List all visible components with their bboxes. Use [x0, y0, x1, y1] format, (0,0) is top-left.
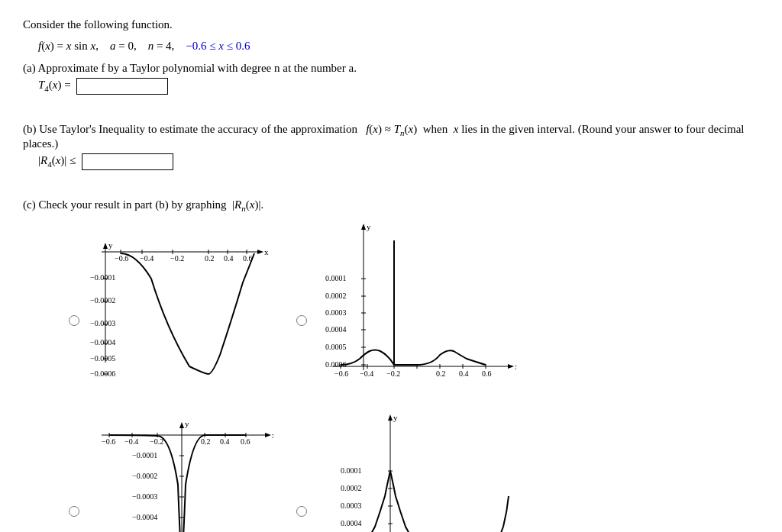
svg-text:0.6: 0.6: [241, 437, 250, 446]
svg-text:−0.6: −0.6: [334, 369, 348, 378]
svg-text:−0.4: −0.4: [360, 369, 373, 378]
svg-marker-66: [265, 433, 271, 437]
svg-text:0.0001: 0.0001: [341, 466, 362, 475]
svg-text:−0.0003: −0.0003: [132, 492, 157, 501]
function-definition: f(x) = x sin x, a = 0, n = 4, −0.6 ≤ x ≤…: [38, 40, 759, 53]
svg-text:−0.0006: −0.0006: [90, 369, 115, 378]
svg-text:0.6: 0.6: [482, 369, 492, 378]
radio-4[interactable]: [296, 506, 307, 517]
graph-3: y x −0.6 −0.4 −0.2 0.2 0.4 0.6 −0.0001 −…: [90, 408, 273, 532]
svg-text:y: y: [108, 240, 113, 250]
svg-text:0.4: 0.4: [220, 437, 230, 446]
svg-text:−0.2: −0.2: [386, 369, 400, 378]
svg-marker-2: [103, 243, 108, 249]
graph-item-3: y x −0.6 −0.4 −0.2 0.2 0.4 0.6 −0.0001 −…: [69, 408, 273, 532]
t4-input[interactable]: [76, 78, 168, 95]
svg-text:−0.6: −0.6: [102, 437, 115, 446]
svg-text:x: x: [272, 430, 273, 440]
radio-1[interactable]: [69, 315, 79, 326]
part-b-label: (b) Use Taylor's Inequality to estimate …: [23, 123, 759, 150]
graph-item-1: y x −0.6 −0.4 −0.2 0.2 0.4 0.6 −0.0001 −…: [69, 218, 273, 393]
r4-label: |R4(x)| ≤: [38, 154, 79, 166]
svg-text:0.2: 0.2: [436, 369, 446, 378]
svg-text:−0.0004: −0.0004: [90, 338, 115, 347]
part-c-label: (c) Check your result in part (b) by gra…: [23, 198, 759, 213]
svg-text:−0.0002: −0.0002: [132, 472, 157, 480]
svg-text:0.0002: 0.0002: [325, 292, 347, 300]
svg-text:0.0001: 0.0001: [325, 274, 347, 282]
svg-text:0.0004: 0.0004: [325, 325, 347, 334]
svg-text:−0.4: −0.4: [140, 254, 153, 263]
svg-text:−0.0003: −0.0003: [90, 319, 115, 327]
graph-1: y x −0.6 −0.4 −0.2 0.2 0.4 0.6 −0.0001 −…: [90, 221, 273, 389]
graph-4: y x 0.0006 0.0005 0.0004 0.0003 0.0002 0…: [318, 408, 516, 532]
graph-2: y x 0.0006 0.0005 0.0004 0.0003 0.0002 0…: [318, 218, 516, 393]
svg-text:0.2: 0.2: [205, 254, 215, 263]
svg-text:0.0002: 0.0002: [341, 484, 362, 492]
graph-item-2: y x 0.0006 0.0005 0.0004 0.0003 0.0002 0…: [296, 218, 516, 393]
svg-marker-32: [361, 224, 366, 230]
svg-marker-33: [508, 364, 514, 369]
intro-text: Consider the following function.: [23, 15, 759, 34]
svg-text:0.0003: 0.0003: [325, 308, 347, 317]
graphs-row-2: y x −0.6 −0.4 −0.2 0.2 0.4 0.6 −0.0001 −…: [69, 408, 759, 532]
part-a-label: (a) Approximate f by a Taylor polynomial…: [23, 62, 759, 75]
svg-text:x: x: [264, 247, 269, 256]
when-text: when: [423, 123, 448, 135]
r4-input[interactable]: [82, 153, 173, 170]
radio-2[interactable]: [296, 315, 307, 326]
svg-text:0.4: 0.4: [459, 369, 469, 378]
svg-text:0.0003: 0.0003: [341, 501, 362, 510]
svg-text:−0.2: −0.2: [170, 254, 184, 263]
t4-label: T4(x) =: [38, 79, 73, 91]
svg-text:y: y: [185, 419, 189, 428]
svg-text:0.0004: 0.0004: [341, 519, 362, 527]
svg-marker-95: [388, 414, 393, 421]
svg-text:−0.0005: −0.0005: [90, 354, 115, 363]
svg-text:0.0005: 0.0005: [325, 343, 347, 351]
svg-text:y: y: [393, 413, 398, 422]
graphs-row-1: y x −0.6 −0.4 −0.2 0.2 0.4 0.6 −0.0001 −…: [69, 218, 759, 393]
svg-text:−0.0004: −0.0004: [132, 513, 157, 521]
svg-text:−0.4: −0.4: [124, 437, 138, 446]
svg-marker-3: [257, 250, 263, 254]
part-b-input-row: |R4(x)| ≤: [38, 153, 759, 170]
svg-text:0.4: 0.4: [224, 254, 234, 263]
svg-text:0.2: 0.2: [201, 437, 211, 446]
svg-text:−0.0001: −0.0001: [132, 451, 157, 459]
svg-text:−0.0002: −0.0002: [90, 296, 115, 305]
svg-text:x: x: [515, 362, 516, 371]
radio-3[interactable]: [69, 506, 79, 517]
svg-text:−0.0001: −0.0001: [90, 273, 115, 282]
svg-marker-65: [179, 422, 184, 428]
graph-item-4: y x 0.0006 0.0005 0.0004 0.0003 0.0002 0…: [296, 408, 516, 532]
part-a-input-row: T4(x) =: [38, 78, 759, 95]
svg-text:−0.6: −0.6: [115, 254, 128, 263]
svg-text:−0.2: −0.2: [150, 437, 163, 446]
svg-text:y: y: [367, 222, 371, 231]
